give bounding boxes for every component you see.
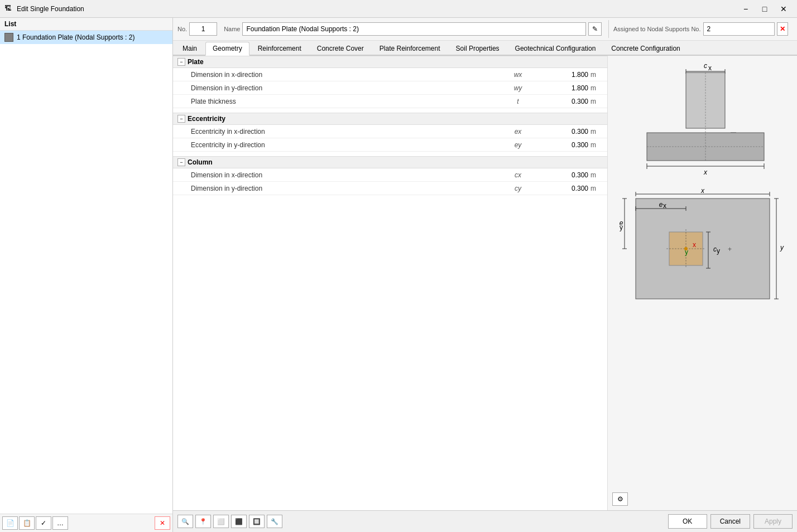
diagram-bottom-icon-area: ⚙: [612, 492, 793, 506]
col-cx-label: Dimension in x-direction: [173, 171, 501, 179]
column-section: − Column Dimension in x-direction cx 0.3…: [173, 156, 607, 195]
list-item-label: 1 Foundation Plate (Nodal Supports : 2): [17, 33, 135, 41]
eccentricity-collapse-btn[interactable]: −: [177, 115, 185, 123]
name-edit-button[interactable]: ✎: [588, 22, 602, 36]
name-field: Name Foundation Plate (Nodal Supports : …: [224, 20, 602, 38]
plate-t-label: Plate thickness: [173, 98, 501, 105]
assigned-panel: Assigned to Nodal Supports No. 2 ✕: [608, 20, 793, 38]
apply-button[interactable]: Apply: [753, 514, 793, 529]
new-btn[interactable]: 📄: [2, 516, 18, 530]
tab-concrete-cover[interactable]: Concrete Cover: [310, 42, 371, 55]
col-cy-symbol: cy: [501, 185, 535, 192]
tab-geometry[interactable]: Geometry: [205, 42, 249, 56]
minimize-button[interactable]: −: [737, 3, 755, 14]
eccentricity-rows: Eccentricity in x-direction ex 0.300 m E…: [173, 125, 607, 152]
svg-text:x: x: [703, 168, 708, 176]
content-area: List 1 Foundation Plate (Nodal Supports …: [0, 18, 797, 532]
tab-soil-properties[interactable]: Soil Properties: [449, 42, 507, 55]
ecc-ey-unit: m: [590, 141, 607, 149]
assigned-value: 2: [703, 22, 775, 36]
plate-t-symbol: t: [501, 98, 535, 105]
list-item[interactable]: 1 Foundation Plate (Nodal Supports : 2): [0, 31, 172, 44]
tab-concrete-config[interactable]: Concrete Configuration: [604, 42, 687, 55]
plate-section-header: − Plate: [173, 56, 607, 68]
name-value: Foundation Plate (Nodal Supports : 2): [242, 22, 586, 36]
plate-wx-unit: m: [590, 71, 607, 79]
tab-reinforcement[interactable]: Reinforcement: [251, 42, 309, 55]
svg-text:x: x: [663, 202, 666, 210]
search-tool-btn[interactable]: 🔍: [177, 515, 193, 528]
maximize-button[interactable]: □: [756, 3, 774, 14]
ecc-ex-value[interactable]: 0.300: [535, 128, 590, 136]
box-tool-btn[interactable]: ⬜: [213, 515, 229, 528]
bottom-toolbar: 🔍 📍 ⬜ ⬛ 🔲 🔧: [177, 515, 665, 528]
copy-btn[interactable]: 📋: [19, 516, 35, 530]
table-row: Dimension in x-direction wx 1.800 m: [173, 68, 607, 81]
eccentricity-section-label: Eccentricity: [188, 115, 225, 123]
delete-btn[interactable]: ✕: [155, 516, 170, 530]
table-row: Eccentricity in y-direction ey 0.300 m: [173, 138, 607, 152]
col-cy-value[interactable]: 0.300: [535, 185, 590, 192]
svg-text:y: y: [717, 247, 720, 255]
main-window: List 1 Foundation Plate (Nodal Supports …: [0, 18, 797, 532]
svg-text:y: y: [620, 224, 623, 231]
plate-wx-label: Dimension in x-direction: [173, 71, 501, 79]
elevation-diagram: c x: [619, 60, 786, 183]
name-label: Name: [224, 26, 240, 32]
col-cx-unit: m: [590, 171, 607, 179]
tab-geotechnical-config[interactable]: Geotechnical Configuration: [508, 42, 603, 55]
table-row: Plate thickness t 0.300 m: [173, 95, 607, 108]
svg-text:e: e: [659, 201, 662, 209]
tab-plate-reinforcement[interactable]: Plate Reinforcement: [372, 42, 448, 55]
no-label: No.: [177, 26, 187, 32]
grid-tool-btn[interactable]: 🔲: [249, 515, 265, 528]
title-bar-text: Edit Single Foundation: [17, 5, 737, 13]
eccentricity-section-header: − Eccentricity: [173, 113, 607, 125]
svg-text:x: x: [700, 187, 705, 195]
tab-main[interactable]: Main: [175, 42, 204, 55]
ecc-ey-symbol: ey: [501, 141, 535, 149]
close-button[interactable]: ✕: [775, 3, 793, 14]
assigned-clear-button[interactable]: ✕: [777, 22, 788, 36]
table-row: Dimension in y-direction cy 0.300 m: [173, 182, 607, 195]
form-area: − Plate Dimension in x-direction wx 1.80…: [173, 56, 607, 510]
app-icon: 🏗: [4, 4, 13, 13]
diagram-settings-button[interactable]: ⚙: [612, 492, 628, 506]
svg-text:x: x: [708, 64, 712, 72]
ecc-ey-label: Eccentricity in y-direction: [173, 141, 501, 149]
no-value: 1: [189, 22, 217, 36]
col-cx-value[interactable]: 0.300: [535, 171, 590, 179]
no-field: No. 1: [177, 20, 217, 38]
plate-wy-value[interactable]: 1.800: [535, 84, 590, 92]
right-panel: No. 1 Name Foundation Plate (Nodal Suppo…: [173, 18, 797, 532]
plate-wx-value[interactable]: 1.800: [535, 71, 590, 79]
pin-tool-btn[interactable]: 📍: [195, 515, 211, 528]
column-collapse-btn[interactable]: −: [177, 158, 185, 166]
plate-collapse-btn[interactable]: −: [177, 58, 185, 66]
ok-button[interactable]: OK: [668, 514, 707, 529]
table-row: Dimension in x-direction cx 0.300 m: [173, 168, 607, 182]
column-section-label: Column: [188, 158, 213, 166]
settings-tool-btn[interactable]: 🔧: [267, 515, 282, 528]
title-bar-controls: − □ ✕: [737, 3, 793, 14]
col-cy-label: Dimension in y-direction: [173, 185, 501, 192]
left-panel: List 1 Foundation Plate (Nodal Supports …: [0, 18, 173, 532]
main-split: − Plate Dimension in x-direction wx 1.80…: [173, 56, 797, 510]
check-btn[interactable]: ✓: [36, 516, 51, 530]
assigned-label: Assigned to Nodal Supports No.: [613, 26, 701, 32]
diagram-svg-wrap: c x: [612, 60, 793, 490]
col-cx-symbol: cx: [501, 171, 535, 179]
column-section-header: − Column: [173, 156, 607, 168]
more-btn[interactable]: …: [52, 516, 68, 530]
diagram-area: c x: [607, 56, 797, 510]
title-bar: 🏗 Edit Single Foundation − □ ✕: [0, 0, 797, 18]
tabs-row: Main Geometry Reinforcement Concrete Cov…: [173, 41, 797, 56]
plan-diagram: x y e: [619, 187, 786, 310]
svg-point-47: [684, 247, 688, 250]
ecc-ey-value[interactable]: 0.300: [535, 141, 590, 149]
box2-tool-btn[interactable]: ⬛: [231, 515, 247, 528]
cancel-button[interactable]: Cancel: [710, 514, 750, 529]
plate-wy-unit: m: [590, 84, 607, 92]
plate-t-unit: m: [590, 98, 607, 105]
plate-t-value[interactable]: 0.300: [535, 98, 590, 105]
